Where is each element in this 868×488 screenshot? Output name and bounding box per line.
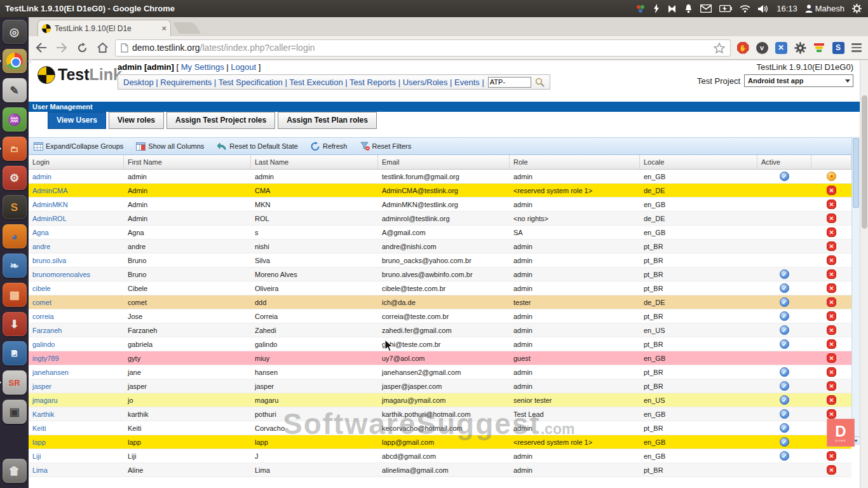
- login-link[interactable]: correia: [32, 313, 54, 320]
- delete-user-icon[interactable]: ✕: [827, 465, 836, 475]
- login-link[interactable]: comet: [32, 299, 51, 306]
- login-link[interactable]: AdminCMA: [32, 187, 68, 194]
- nav-link-users-roles[interactable]: Users/Roles: [403, 78, 448, 87]
- user-row[interactable]: cometcometdddich@da.detesterde_DE✓✕: [29, 295, 851, 309]
- user-row[interactable]: AgnaAgnasA@gmail.comSAen_GB✕: [29, 226, 851, 240]
- delete-user-icon[interactable]: ✕: [827, 269, 836, 279]
- active-check-icon[interactable]: ✓: [780, 367, 789, 377]
- active-check-icon[interactable]: ✓: [780, 409, 789, 419]
- column-header-email[interactable]: Email: [378, 155, 510, 169]
- login-link[interactable]: AdminMKN: [32, 201, 68, 208]
- active-check-icon[interactable]: ✓: [780, 437, 789, 447]
- login-link[interactable]: cibele: [32, 285, 51, 292]
- user-row[interactable]: AdminMKNAdminMKNAdminMKN@testlink.orgadm…: [29, 198, 851, 212]
- search-icon[interactable]: [535, 78, 545, 87]
- delete-user-icon[interactable]: ✕: [827, 241, 836, 251]
- libreoffice-writer-icon[interactable]: 🖹: [3, 341, 27, 365]
- notifications-bell-icon[interactable]: [684, 4, 693, 13]
- user-row[interactable]: AdminROLAdminROLadminrol@testlink.org<no…: [29, 212, 851, 226]
- workrave-icon[interactable]: [667, 4, 677, 13]
- user-row[interactable]: jmagarujomagarujmagaru@ymail.comsenior t…: [29, 393, 851, 407]
- user-menu[interactable]: Mahesh: [805, 4, 844, 13]
- user-row[interactable]: lapplapplapplapp@gmail.com<reserved syst…: [29, 435, 851, 449]
- logout-link[interactable]: Logout: [231, 62, 256, 72]
- user-row[interactable]: LijiLijiJabcd@gmail.comadminen_GB✓✕: [29, 449, 851, 463]
- delete-user-icon[interactable]: ✕: [827, 227, 836, 237]
- login-link[interactable]: AdminROL: [32, 215, 67, 222]
- column-header-last-name[interactable]: Last Name: [251, 155, 378, 169]
- address-bar[interactable]: demo.testlink.org/latest/index.php?calle…: [115, 39, 731, 57]
- nav-link-test-reports[interactable]: Test Reports: [349, 78, 396, 87]
- user-row[interactable]: adminadminadmintestlink.forum@gmail.orga…: [29, 170, 851, 184]
- user-row[interactable]: bruno.silvaBrunoSilvabruno_oacks@yahoo.c…: [29, 254, 851, 268]
- user-row[interactable]: cibeleCibeleOliveiracibele@teste.com.bra…: [29, 281, 851, 295]
- active-check-icon[interactable]: ✓: [780, 269, 789, 279]
- tab-view-roles[interactable]: View roles: [109, 112, 164, 129]
- login-link[interactable]: Keiti: [32, 424, 46, 432]
- delete-user-icon[interactable]: ✕: [827, 255, 836, 265]
- new-tab-button[interactable]: [173, 22, 201, 34]
- tab-view-users[interactable]: View Users: [48, 112, 106, 129]
- active-check-icon[interactable]: ✓: [780, 311, 789, 321]
- login-link[interactable]: Liji: [32, 452, 41, 460]
- system-settings-icon[interactable]: ⚙: [3, 166, 27, 190]
- login-link[interactable]: jasper: [32, 383, 51, 390]
- nav-link-desktop[interactable]: Desktop: [123, 78, 154, 87]
- column-header-login[interactable]: Login: [29, 155, 124, 169]
- login-link[interactable]: andre: [32, 243, 50, 250]
- chrome-icon[interactable]: [3, 49, 27, 73]
- toolbar-show-all-columns[interactable]: Show all Columns: [136, 142, 204, 151]
- delete-user-icon[interactable]: ✕: [827, 367, 836, 377]
- browser-tab[interactable]: TestLink 1.9.10(El D1e ×: [37, 20, 171, 36]
- user-row[interactable]: jasperjasperjasperjasper@jasper.comadmin…: [29, 379, 851, 393]
- user-row[interactable]: Karthikkarthikpothurikarthik.pothuri@hot…: [29, 407, 851, 421]
- login-link[interactable]: galindo: [32, 341, 55, 348]
- user-row[interactable]: andreandrenishiandre@nishi.comadminpt_BR…: [29, 240, 851, 254]
- active-check-icon[interactable]: ✓: [780, 381, 789, 391]
- sublime-text-icon[interactable]: S: [3, 195, 27, 219]
- dash-home-icon[interactable]: ◎: [3, 20, 27, 44]
- reload-button[interactable]: [74, 40, 90, 55]
- column-header-actions[interactable]: [811, 155, 851, 169]
- nav-link-test-specification[interactable]: Test Specification: [219, 78, 283, 87]
- toolbar-reset-to-default-state[interactable]: Reset to Default State: [217, 142, 298, 151]
- toolbar-refresh[interactable]: Refresh: [311, 142, 348, 151]
- delete-user-icon[interactable]: ✕: [827, 283, 836, 293]
- active-check-icon[interactable]: ✓: [780, 451, 789, 461]
- home-button[interactable]: [95, 40, 110, 55]
- active-check-icon[interactable]: ✓: [780, 423, 789, 433]
- file-manager-icon[interactable]: 🗀: [3, 137, 27, 161]
- login-link[interactable]: lapp: [32, 438, 46, 446]
- firefox-icon[interactable]: ◕: [3, 224, 27, 248]
- settings-gear-extension-icon[interactable]: [793, 41, 807, 55]
- login-link[interactable]: bruno.silva: [32, 257, 66, 264]
- active-check-icon[interactable]: ✓: [780, 325, 789, 335]
- column-header-first-name[interactable]: First Name: [124, 155, 251, 169]
- mail-icon[interactable]: [700, 4, 712, 13]
- delete-user-icon[interactable]: ✕: [827, 451, 836, 461]
- login-link[interactable]: admin: [32, 173, 51, 180]
- delete-user-icon[interactable]: ✕: [827, 409, 836, 419]
- delete-user-icon[interactable]: ✕: [827, 395, 836, 405]
- indicator-dots-icon[interactable]: [635, 4, 646, 13]
- toolbar-reset-filters[interactable]: Reset Filters: [360, 142, 412, 151]
- my-settings-link[interactable]: My Settings: [181, 62, 224, 72]
- user-row[interactable]: correiaJoseCorreiacorreia@teste.com.brad…: [29, 309, 851, 323]
- delete-user-icon[interactable]: ✕: [827, 186, 836, 195]
- pocket-extension-icon[interactable]: v: [755, 41, 769, 55]
- table-scrollbar[interactable]: [851, 137, 860, 445]
- active-check-icon[interactable]: ✓: [780, 339, 789, 349]
- blue-app-icon[interactable]: ❧: [3, 254, 27, 278]
- forward-button[interactable]: [54, 40, 69, 55]
- login-link[interactable]: janehansen: [32, 369, 69, 376]
- delete-user-icon[interactable]: ✕: [827, 353, 836, 363]
- active-check-icon[interactable]: ✓: [780, 172, 789, 181]
- column-header-active[interactable]: Active: [757, 155, 811, 169]
- user-row[interactable]: brunomorenoalvesBrunoMoreno Alvesbruno.a…: [29, 268, 851, 281]
- browser-scrollbar[interactable]: [860, 60, 868, 488]
- search-input[interactable]: [488, 77, 531, 88]
- user-row[interactable]: AdminCMAAdminCMAAdminCMA@testlink.org<re…: [29, 184, 851, 198]
- volume-icon[interactable]: [758, 4, 769, 13]
- green-app-icon[interactable]: ♒: [3, 107, 27, 132]
- login-link[interactable]: jmagaru: [32, 396, 58, 404]
